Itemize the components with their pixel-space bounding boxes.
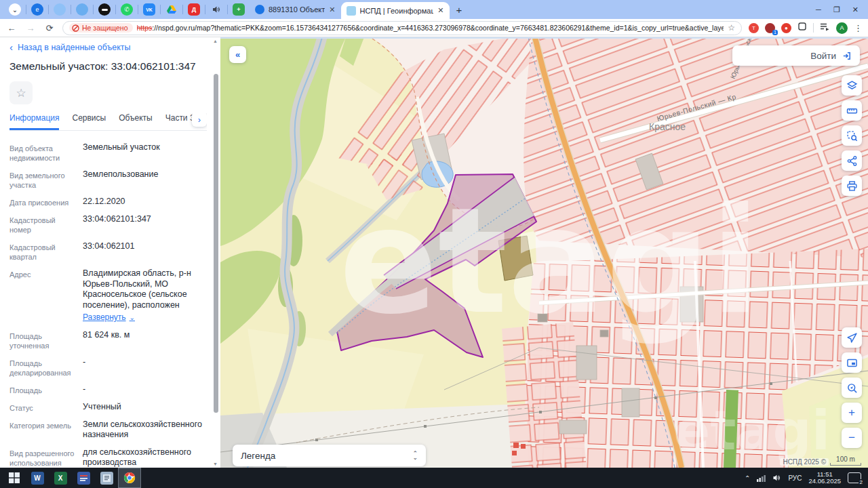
zoom-out-button[interactable]: − [842,428,862,448]
area-select-button[interactable] [842,125,862,146]
star-icon: ☆ [16,86,26,100]
field-row: Вид земельного участкаЗемлепользование [9,169,207,190]
whatsapp-icon[interactable]: ✆ [121,3,133,16]
circle-app2-icon[interactable] [76,3,88,16]
language-indicator[interactable]: РУС [788,474,802,482]
print-button[interactable] [842,176,862,196]
locate-arrow-button[interactable] [842,327,862,348]
zoom-in-button[interactable]: + [842,403,862,423]
collapse-panel-button[interactable]: « [229,46,246,63]
browser-toolbar: ← → ⟳ Не защищено https://nspd.gov.ru/ma… [0,19,868,37]
red-extension-icon[interactable]: T [749,23,759,33]
start-button[interactable] [3,468,26,488]
map-viewport[interactable]: Красное Юрьев-Польский — Кр Юрьев-Польск… [220,37,868,468]
tab2-close-icon[interactable]: ✕ [437,6,443,15]
notifications-icon[interactable]: 2 [848,472,861,483]
profile-avatar[interactable]: A [836,22,848,34]
field-row: Кадастровый номер33:04:062101:347 [9,214,207,235]
window-close-icon[interactable]: ✕ [852,5,859,14]
forward-icon[interactable]: → [24,23,37,33]
minimap-button[interactable] [842,352,862,373]
tab-list-chevron-icon[interactable]: ⌄ [9,3,21,16]
clock[interactable]: 11:51 24.06.2025 [808,471,841,485]
new-tab-button[interactable]: + [456,4,462,16]
shield-extension-icon[interactable]: 1 [765,23,775,33]
field-row: Кадастровый квартал33:04:062101 [9,241,207,262]
url-text: https://nspd.gov.ru/map?thematic=PKK&zoo… [137,24,724,32]
search-location-button[interactable] [842,378,862,398]
notepad-app-icon[interactable] [95,468,118,488]
etagi-favicon-icon[interactable]: e [31,3,43,16]
flame-extension-icon[interactable]: ● [781,23,791,33]
login-button[interactable]: Войти [732,45,860,66]
window-maximize-icon[interactable]: ❐ [833,5,840,14]
tray-expand-icon[interactable]: ⌃ [745,474,750,482]
expand-address-link[interactable]: Развернуть⌄ [83,312,135,323]
excel-app-icon[interactable]: X [49,468,72,488]
scrollbar-thumb[interactable] [214,74,218,413]
login-icon [842,51,852,61]
network-icon[interactable] [757,474,766,482]
address-value: Владимирская область, р-н Юрьев-Польский… [83,268,191,310]
browser-menu-icon[interactable]: ⋮ [854,23,863,33]
reload-icon[interactable]: ⟳ [43,23,56,33]
url-rest: ://nspd.gov.ru/map?thematic=PKK&zoom=16.… [152,24,724,32]
cadastral-map[interactable]: Красное Юрьев-Польский — Кр Юрьев-Польск… [220,37,868,468]
chrome-app-icon[interactable] [118,468,141,488]
extensions-row: T 1 ● A ⋮ [749,22,863,34]
browser-tab-1[interactable]: 8891310 Объект ✕ [250,1,341,18]
sidebar-scrollbar[interactable]: ▲ ▼ [212,37,219,468]
tab-information[interactable]: Информация [9,113,59,130]
screen: ⌄ e ✆ VK Д + 8891310 Объект ✕ НСПД | Гео… [0,0,868,488]
notification-count: 2 [859,479,864,485]
volume-icon[interactable] [772,474,781,482]
tab1-close-icon[interactable]: ✕ [329,5,335,14]
speaker-icon[interactable] [210,3,222,16]
field-row: Категория земельЗемли сельскохозяйственн… [9,420,207,441]
browser-tab-2-active[interactable]: НСПД | Геоинформационный ✕ [341,2,450,19]
tab-services[interactable]: Сервисы [72,113,106,130]
favorite-button[interactable]: ☆ [9,81,33,104]
not-secure-icon [72,24,79,32]
layers-button[interactable] [842,75,862,96]
address-bar[interactable]: Не защищено https://nspd.gov.ru/map?them… [62,21,742,35]
tabs-next-icon[interactable]: › [192,113,207,127]
word-app-icon[interactable]: W [26,468,49,488]
field-row: Дата присвоения22.12.2020 [9,197,207,207]
tab-objects[interactable]: Объекты [119,113,153,130]
back-chevron-icon: ‹ [9,43,13,52]
share-button[interactable] [842,150,862,171]
playlist-icon[interactable] [820,22,830,34]
security-chip[interactable]: Не защищено [69,23,133,33]
field-row: СтатусУчтенный [9,402,207,413]
tab1-title: 8891310 Объект [269,5,325,14]
watermark-text-2: etagi [673,399,830,462]
incognito-app-icon[interactable] [98,3,111,16]
town-label: Красное [649,121,686,132]
bookmark-star-icon[interactable]: ☆ [728,23,735,33]
field-row: Вид разрешенного использованиядля сельск… [9,447,207,468]
pinned-tabs: ⌄ e ✆ VK Д + [4,3,250,16]
consultant-app-icon[interactable] [72,468,95,488]
green-plus-app-icon[interactable]: + [233,3,245,16]
google-drive-icon[interactable] [165,3,178,16]
circle-app-icon[interactable] [54,3,66,16]
browser-tabstrip: ⌄ e ✆ VK Д + 8891310 Объект ✕ НСПД | Гео… [0,0,868,19]
field-row-address: Адрес Владимирская область, р-н Юрьев-По… [9,268,207,323]
time: 11:51 [817,470,833,478]
scroll-down-icon[interactable]: ▼ [213,462,218,466]
dzen-icon[interactable]: Д [188,3,200,16]
back-icon[interactable]: ← [5,23,18,33]
window-minimize-icon[interactable]: ─ [816,5,821,14]
login-label: Войти [810,51,836,61]
chevron-down-icon: ⌄ [130,312,135,323]
back-to-results-link[interactable]: ‹ Назад в найденные объекты [9,43,207,52]
field-row: Площадь декларированная- [9,357,207,378]
tab2-favicon [347,6,356,16]
scroll-up-icon[interactable]: ▲ [213,39,218,43]
vk-icon[interactable]: VK [143,3,155,16]
extensions-puzzle-icon[interactable] [797,22,807,34]
scale-label: 100 m [830,455,861,463]
ruler-button[interactable] [842,100,862,121]
legend-dropdown[interactable]: Легенда ⌃⌄ [233,445,426,466]
